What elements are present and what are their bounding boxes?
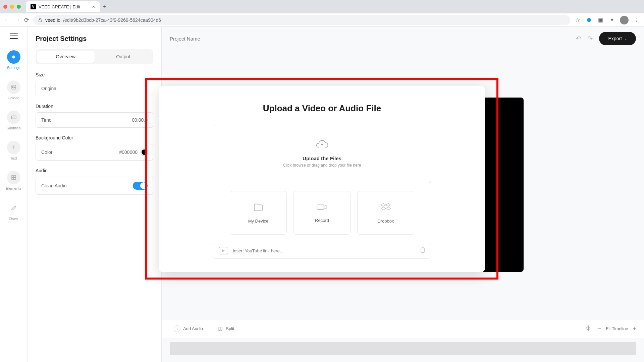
top-bar: ↶ ↷ Export ⌵ [162, 27, 644, 50]
url-domain: veed.io [45, 17, 60, 23]
minimize-window-button[interactable] [10, 5, 14, 9]
color-swatch[interactable] [141, 149, 148, 156]
browser-tab[interactable]: V VEED CREATE | Edit × [26, 1, 100, 12]
nav-label: Elements [6, 186, 21, 190]
close-window-button[interactable] [3, 5, 7, 9]
size-label: Size [36, 72, 153, 77]
nav-label: Draw [9, 217, 18, 221]
modal-title: Upload a Video or Audio File [263, 103, 381, 114]
cloud-upload-icon [315, 139, 329, 152]
volume-icon[interactable] [585, 325, 591, 333]
svg-rect-9 [219, 327, 220, 330]
source-label: Record [315, 218, 329, 223]
timeline-toolbar: + Add Audio Split − Fit Timeline + [162, 319, 644, 338]
hamburger-menu-button[interactable] [10, 33, 18, 39]
zoom-out-button[interactable]: − [598, 326, 601, 332]
url-input[interactable]: veed.io/edit/9b2d3bcb-27ca-43f9-9269-562… [33, 15, 570, 25]
zoom-in-button[interactable]: + [633, 326, 636, 332]
nav-label: Settings [7, 66, 20, 70]
nav-item-draw[interactable]: Draw [0, 198, 27, 223]
size-select[interactable]: Original ⌵ [36, 81, 153, 96]
bgcolor-value: #000000 [119, 149, 138, 155]
svg-rect-11 [317, 205, 324, 209]
svg-rect-4 [11, 116, 16, 119]
source-record[interactable]: Record [293, 191, 351, 235]
split-icon [218, 326, 223, 331]
dropzone-title: Upload the Files [303, 156, 341, 161]
tab-overview[interactable]: Overview [37, 51, 95, 63]
project-name-input[interactable] [170, 36, 237, 42]
tab-favicon: V [31, 4, 36, 9]
timeline-track[interactable] [170, 342, 636, 355]
clean-audio-toggle[interactable] [133, 182, 148, 190]
export-button[interactable]: Export ⌵ [599, 32, 636, 45]
add-audio-label: Add Audio [183, 326, 203, 331]
fit-timeline-label[interactable]: Fit Timeline [606, 326, 628, 331]
tab-title: VEED CREATE | Edit [39, 4, 80, 9]
browser-tab-bar: V VEED CREATE | Edit × + [0, 0, 644, 13]
source-dropbox[interactable]: Dropbox [357, 191, 414, 235]
svg-rect-8 [14, 178, 15, 180]
duration-value: 00:00.0 [132, 117, 148, 123]
bgcolor-field[interactable]: Color #000000 [36, 144, 153, 161]
duration-field[interactable]: Time 00:00.0 [36, 112, 153, 128]
paste-icon[interactable] [420, 247, 425, 254]
add-audio-button[interactable]: + Add Audio [170, 323, 207, 335]
svg-rect-10 [221, 327, 222, 330]
nav-label: Text [10, 156, 17, 160]
redo-button[interactable]: ↷ [587, 35, 593, 43]
nav-item-subtitles[interactable]: Subtitles [0, 108, 27, 133]
menu-icon[interactable]: ⋮ [633, 17, 640, 23]
duration-field-label: Time [41, 117, 52, 123]
settings-tabs: Overview Output [36, 49, 153, 64]
new-tab-button[interactable]: + [103, 3, 107, 10]
elements-icon [7, 171, 20, 184]
nav-item-elements[interactable]: Elements [0, 168, 27, 193]
svg-rect-6 [14, 176, 15, 177]
forward-button[interactable]: → [14, 16, 20, 23]
extensions-puzzle-icon[interactable]: ✦ [608, 17, 615, 23]
nav-item-upload[interactable]: Upload [0, 78, 27, 103]
panel-title: Project Settings [36, 35, 153, 43]
clean-audio-label: Clean Audio [41, 183, 67, 188]
back-button[interactable]: ← [4, 16, 10, 23]
extension-icon[interactable]: ⬢ [586, 17, 592, 23]
subtitles-icon [7, 111, 20, 124]
text-icon [7, 141, 20, 154]
export-label: Export [608, 36, 622, 41]
size-value: Original [41, 86, 57, 91]
browser-address-bar: ← → ⟳ veed.io/edit/9b2d3bcb-27ca-43f9-92… [0, 13, 644, 27]
svg-rect-2 [12, 85, 16, 89]
split-label: Split [226, 326, 234, 331]
svg-rect-12 [421, 248, 424, 252]
extension-icon-2[interactable]: ▣ [597, 17, 604, 23]
svg-rect-7 [12, 178, 13, 180]
maximize-window-button[interactable] [17, 5, 21, 9]
nav-item-text[interactable]: Text [0, 138, 27, 163]
draw-icon [7, 201, 20, 215]
lock-icon [38, 18, 43, 22]
clean-audio-row: Clean Audio [36, 177, 153, 195]
reload-button[interactable]: ⟳ [24, 16, 29, 24]
youtube-link-input[interactable] [233, 248, 415, 253]
upload-icon [7, 80, 20, 94]
source-my-device[interactable]: My Device [230, 191, 287, 235]
dropzone-subtitle: Click browse or drag and drop your file … [283, 163, 361, 168]
close-tab-icon[interactable]: × [92, 4, 95, 9]
tab-output[interactable]: Output [95, 51, 152, 63]
url-path: /edit/9b2d3bcb-27ca-43f9-9269-5624caa904… [63, 17, 161, 23]
source-label: My Device [248, 219, 269, 224]
undo-button[interactable]: ↶ [576, 35, 581, 43]
window-controls [3, 5, 21, 9]
upload-dropzone[interactable]: Upload the Files Click browse or drag an… [213, 124, 431, 183]
profile-avatar[interactable] [620, 16, 629, 24]
camera-icon [316, 203, 328, 213]
nav-item-settings[interactable]: Settings [0, 48, 27, 72]
split-button[interactable]: Split [214, 323, 238, 334]
settings-icon [7, 50, 20, 64]
audio-label: Audio [36, 168, 153, 173]
dropbox-icon [380, 202, 391, 213]
nav-label: Subtitles [6, 126, 20, 130]
chevron-down-icon: ⌵ [145, 86, 148, 91]
star-icon[interactable]: ☆ [574, 17, 581, 23]
